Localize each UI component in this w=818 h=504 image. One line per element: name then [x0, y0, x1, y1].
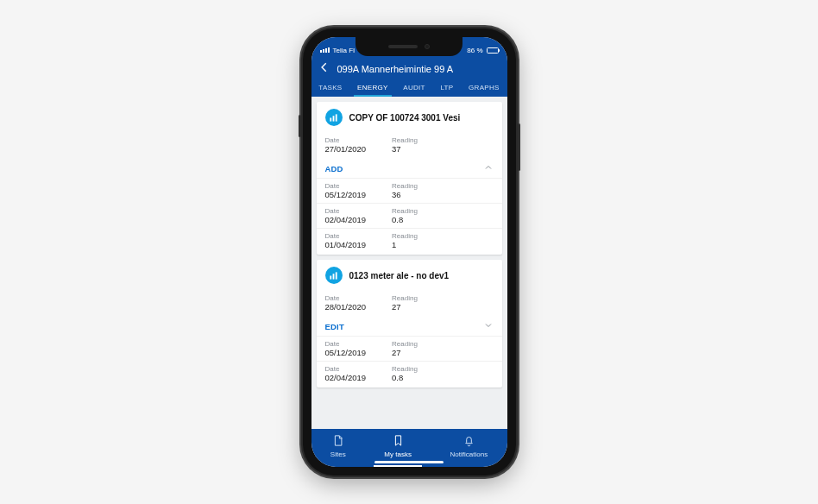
history-date: 05/12/2019 [325, 348, 367, 357]
svg-rect-1 [330, 117, 331, 121]
home-indicator [374, 461, 444, 463]
history-date: 02/04/2019 [325, 215, 367, 224]
back-button[interactable] [318, 61, 330, 77]
date-label: Date [325, 207, 367, 215]
reading-label: Reading [392, 340, 418, 348]
svg-rect-5 [333, 274, 335, 279]
reading-label: Reading [392, 365, 418, 373]
history-row: Date01/04/2019Reading1 [317, 228, 502, 253]
svg-rect-4 [330, 275, 331, 279]
history-reading: 0.8 [392, 215, 418, 224]
tab-tasks[interactable]: TASKS [317, 84, 343, 97]
latest-reading: 37 [392, 144, 418, 154]
history-reading: 36 [392, 190, 418, 199]
notch [356, 37, 462, 56]
history-reading: 27 [392, 348, 418, 357]
reading-label: Reading [392, 294, 418, 302]
history-reading: 0.8 [392, 373, 418, 382]
reading-label: Reading [392, 232, 418, 240]
latest-date: 28/01/2020 [325, 302, 367, 312]
date-label: Date [325, 182, 367, 190]
phone-frame: Telia FI 86 % 099A Mannerheimintie 99 A … [303, 28, 516, 476]
history-date: 01/04/2019 [325, 240, 367, 249]
date-label: Date [325, 136, 367, 144]
history-reading: 1 [392, 240, 418, 249]
history-row: Date02/04/2019Reading0.8 [317, 361, 502, 386]
reading-label: Reading [392, 207, 418, 215]
tab-ltp[interactable]: LTP [438, 84, 455, 97]
meter-card: 0123 meter ale - no dev1Date28/01/2020Re… [317, 260, 502, 387]
latest-reading-row: Date27/01/2020Reading37 [317, 133, 502, 157]
latest-reading-row: Date28/01/2020Reading27 [317, 291, 502, 315]
meter-title: COPY OF 100724 3001 Vesi [349, 113, 461, 123]
history-date: 05/12/2019 [325, 190, 367, 199]
svg-rect-3 [336, 114, 337, 121]
latest-reading: 27 [392, 302, 418, 312]
history-date: 02/04/2019 [325, 373, 367, 382]
nav-sites[interactable]: Sites [330, 434, 346, 458]
history-row: Date05/12/2019Reading27 [317, 336, 502, 361]
date-label: Date [325, 294, 367, 302]
battery-pct: 86 % [467, 47, 482, 54]
svg-rect-2 [333, 116, 335, 121]
nav-label: My tasks [384, 450, 412, 458]
signal-icon [320, 47, 330, 53]
nav-label: Notifications [450, 450, 488, 458]
edit-button[interactable]: EDIT [325, 322, 344, 331]
nav-my-tasks[interactable]: My tasks [384, 434, 412, 458]
history-row: Date05/12/2019Reading36 [317, 178, 502, 203]
tab-graphs[interactable]: GRAPHS [467, 84, 501, 97]
tab-energy[interactable]: ENERGY [356, 84, 390, 97]
date-label: Date [325, 340, 367, 348]
reading-label: Reading [392, 136, 418, 144]
svg-rect-6 [336, 272, 337, 279]
battery-icon [487, 47, 499, 54]
date-label: Date [325, 365, 367, 373]
bookmark-icon [392, 434, 405, 449]
screen: Telia FI 86 % 099A Mannerheimintie 99 A … [311, 37, 507, 467]
nav-label: Sites [330, 450, 346, 458]
page-title: 099A Mannerheimintie 99 A [336, 64, 500, 74]
history-row: Date02/04/2019Reading0.8 [317, 203, 502, 228]
reading-label: Reading [392, 182, 418, 190]
bottom-nav: SitesMy tasksNotifications [311, 429, 507, 467]
meter-icon [325, 109, 343, 126]
content-scroll[interactable]: COPY OF 100724 3001 VesiDate27/01/2020Re… [311, 97, 507, 429]
bell-icon [462, 434, 475, 449]
carrier-label: Telia FI [333, 47, 356, 54]
chevron-down-icon[interactable] [483, 320, 494, 332]
chevron-up-icon[interactable] [483, 162, 494, 174]
latest-date: 27/01/2020 [325, 144, 367, 154]
add-button[interactable]: ADD [325, 164, 343, 173]
tab-audit[interactable]: AUDIT [401, 84, 427, 97]
nav-notifications[interactable]: Notifications [450, 434, 488, 458]
meter-title: 0123 meter ale - no dev1 [349, 271, 450, 280]
tab-bar: TASKSENERGYAUDITLTPGRAPHS [311, 84, 507, 97]
date-label: Date [325, 232, 367, 240]
file-icon [331, 434, 344, 449]
meter-card: COPY OF 100724 3001 VesiDate27/01/2020Re… [317, 102, 502, 255]
meter-icon [325, 267, 343, 284]
